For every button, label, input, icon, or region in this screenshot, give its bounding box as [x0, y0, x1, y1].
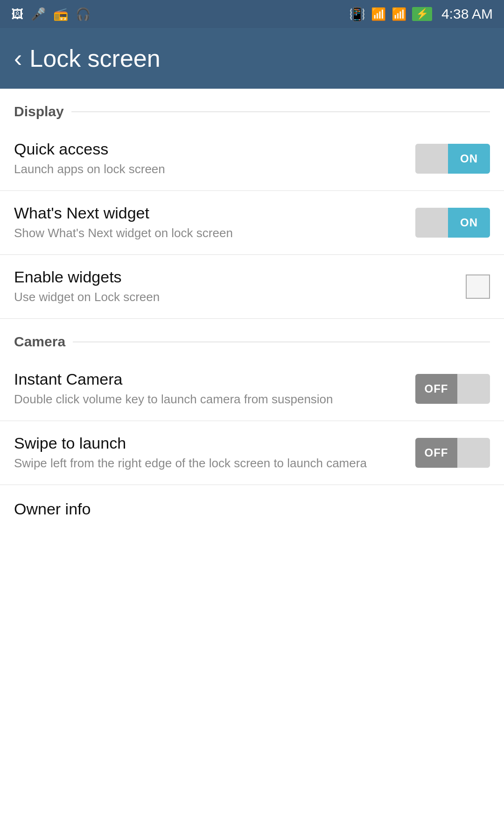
- settings-content: Display Quick access Launch apps on lock…: [0, 89, 504, 531]
- status-bar: 🖼 🎤 📻 🎧 📳 📶 📶 ⚡ 4:38 AM: [0, 0, 504, 28]
- quick-access-toggle[interactable]: ON: [415, 144, 490, 174]
- display-section-divider: [71, 112, 490, 112]
- wifi-icon: 📶: [371, 7, 386, 21]
- whats-next-toggle[interactable]: ON: [415, 208, 490, 238]
- status-bar-left-icons: 🖼 🎤 📻 🎧: [11, 7, 91, 21]
- camera-section-header: Camera: [0, 319, 504, 357]
- swipe-to-launch-toggle[interactable]: OFF: [415, 438, 490, 468]
- instant-camera-item: Instant Camera Double click volume key t…: [0, 357, 504, 421]
- toggle-off-label: OFF: [415, 438, 457, 468]
- swipe-to-launch-desc: Swipe left from the right edge of the lo…: [14, 455, 406, 471]
- camera-section-divider: [73, 342, 490, 342]
- toggle-empty-area: [457, 374, 490, 404]
- quick-access-item: Quick access Launch apps on lock screen …: [0, 127, 504, 191]
- swipe-to-launch-item: Swipe to launch Swipe left from the righ…: [0, 421, 504, 485]
- quick-access-desc: Launch apps on lock screen: [14, 161, 406, 177]
- status-bar-right-icons: 📳 📶 📶 ⚡ 4:38 AM: [349, 6, 493, 22]
- camera-section-title: Camera: [14, 334, 65, 350]
- enable-widgets-desc: Use widget on Lock screen: [14, 289, 456, 305]
- instant-camera-toggle[interactable]: OFF: [415, 374, 490, 404]
- toggle-on-label: ON: [448, 208, 490, 238]
- battery-icon: ⚡: [412, 7, 432, 21]
- owner-info-title: Owner info: [14, 500, 490, 518]
- mic-icon: 🎤: [31, 7, 46, 21]
- page-title: Lock screen: [29, 44, 160, 72]
- whats-next-item: What's Next widget Show What's Next widg…: [0, 191, 504, 255]
- enable-widgets-text: Enable widgets Use widget on Lock screen: [14, 268, 466, 305]
- gallery-icon: 🖼: [11, 7, 23, 21]
- page-header: ‹ Lock screen: [0, 28, 504, 89]
- quick-access-title: Quick access: [14, 140, 406, 158]
- back-button[interactable]: ‹: [14, 44, 22, 72]
- swipe-to-launch-text: Swipe to launch Swipe left from the righ…: [14, 434, 415, 471]
- whats-next-desc: Show What's Next widget on lock screen: [14, 225, 406, 241]
- instant-camera-title: Instant Camera: [14, 370, 406, 388]
- display-section-title: Display: [14, 104, 64, 120]
- status-time: 4:38 AM: [441, 6, 493, 22]
- quick-access-text: Quick access Launch apps on lock screen: [14, 140, 415, 177]
- whats-next-text: What's Next widget Show What's Next widg…: [14, 204, 415, 241]
- toggle-on-label: ON: [448, 144, 490, 174]
- swipe-to-launch-title: Swipe to launch: [14, 434, 406, 452]
- headphones-icon: 🎧: [76, 7, 91, 21]
- toggle-empty-area: [457, 438, 490, 468]
- toggle-off-area: [415, 144, 448, 174]
- vibrate-icon: 📳: [349, 7, 365, 22]
- display-section-header: Display: [0, 89, 504, 127]
- signal-icon: 📶: [392, 7, 406, 21]
- owner-info-section: Owner info: [0, 485, 504, 531]
- enable-widgets-title: Enable widgets: [14, 268, 456, 286]
- instant-camera-desc: Double click volume key to launch camera…: [14, 391, 406, 408]
- whats-next-title: What's Next widget: [14, 204, 406, 222]
- enable-widgets-item: Enable widgets Use widget on Lock screen: [0, 255, 504, 319]
- toggle-off-label: OFF: [415, 374, 457, 404]
- instant-camera-text: Instant Camera Double click volume key t…: [14, 370, 415, 408]
- enable-widgets-checkbox[interactable]: [466, 274, 490, 299]
- radio-icon: 📻: [53, 7, 68, 21]
- toggle-off-area: [415, 208, 448, 238]
